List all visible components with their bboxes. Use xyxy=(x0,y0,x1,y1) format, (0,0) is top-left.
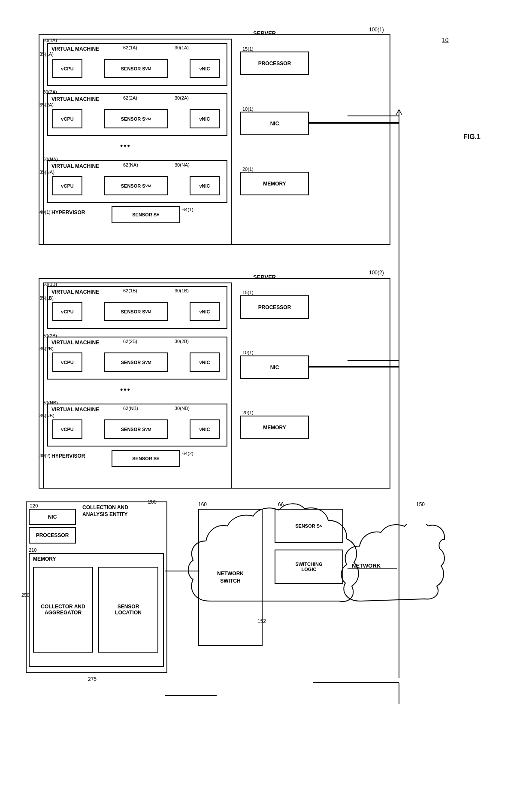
vm2a-vcpu: vCPU xyxy=(52,109,82,128)
cae-processor-box: PROCESSOR xyxy=(29,527,76,544)
sensor-h1-box: SENSOR SH xyxy=(112,206,180,223)
vm1a-sensor: SENSOR SVM xyxy=(104,59,168,78)
vm1a-ref-outer: 50(1A) xyxy=(43,38,57,43)
fig-label: FIG.1 xyxy=(463,133,481,141)
dots-server1: ••• xyxy=(120,142,131,151)
vmna-sensor: SENSOR SVM xyxy=(104,176,168,195)
vm1b-box: VIRTUAL MACHINE 62(1B) 30(1B) vCPU SENSO… xyxy=(47,286,227,329)
cae-memory-ref: 210 xyxy=(29,547,36,553)
dots-server2: ••• xyxy=(120,386,131,395)
server2-memory-ref: 20(1) xyxy=(242,410,254,415)
server2-processor-box: PROCESSOR xyxy=(240,295,309,319)
sensor-h2-ref: 64(2) xyxy=(182,451,193,456)
hypervisor1-label: HYPERVISOR xyxy=(51,210,85,216)
cae-outer-box: COLLECTION ANDANALYSIS ENTITY 220 NIC PR… xyxy=(26,501,167,673)
svg-line-10 xyxy=(396,109,399,115)
cae-nic-ref-label: 220 xyxy=(30,503,38,508)
network-switch-inner-ref: 152 xyxy=(257,618,266,624)
vmna-vnic: vNIC xyxy=(190,176,220,195)
server1-processor-ref: 15(1) xyxy=(242,46,254,52)
vm1a-vcpu: vCPU xyxy=(52,59,82,78)
server2-nic-box: NIC xyxy=(240,355,309,379)
cae-bottom-ref: 275 xyxy=(88,676,97,682)
vm1a-vnic: vNIC xyxy=(190,59,220,78)
svg-line-11 xyxy=(399,109,402,115)
vm2a-box: VIRTUAL MACHINE 62(2A) 30(2A) vCPU SENSO… xyxy=(47,93,227,136)
vmnb-sensor: SENSOR SVM xyxy=(104,419,168,439)
cae-memory-outer: MEMORY COLLECTOR ANDAGGREGATOR SENSORLOC… xyxy=(29,553,164,667)
server1-memory-box: MEMORY xyxy=(240,172,309,195)
cae-label: COLLECTION ANDANALYSIS ENTITY xyxy=(82,504,128,518)
server2-processor-ref: 15(1) xyxy=(242,290,254,295)
hypervisor2-label: HYPERVISOR xyxy=(51,453,85,459)
vm1b-sensor: SENSOR SVM xyxy=(104,302,168,321)
vm2b-vnic: vNIC xyxy=(190,352,220,372)
vmna-vcpu: vCPU xyxy=(52,176,82,195)
cae-sensor-location-box: SENSORLOCATION xyxy=(98,567,158,653)
vmnb-vcpu: vCPU xyxy=(52,419,82,439)
vm2b-vcpu: vCPU xyxy=(52,352,82,372)
server1-ref: 100(1) xyxy=(369,27,384,33)
network-ref: 150 xyxy=(416,501,425,507)
vm1b-vnic: vNIC xyxy=(190,302,220,321)
vmnb-box: VIRTUAL MACHINE 62(NB) 30(NB) vCPU SENSO… xyxy=(47,404,227,447)
vmnb-vnic: vNIC xyxy=(190,419,220,439)
vm2a-sensor: SENSOR SVM xyxy=(104,109,168,128)
vm2b-sensor: SENSOR SVM xyxy=(104,352,168,372)
hypervisor1-ref: 40(1) xyxy=(39,210,51,215)
server1-nic-box: NIC xyxy=(240,112,309,135)
server2-memory-box: MEMORY xyxy=(240,416,309,439)
server1-processor-box: PROCESSOR xyxy=(240,52,309,75)
sensor-h1-ref: 64(1) xyxy=(182,207,193,212)
cae-memory-label: MEMORY xyxy=(33,556,56,562)
vm2b-box: VIRTUAL MACHINE 62(2B) 30(2B) vCPU SENSO… xyxy=(47,337,227,380)
ref-10: 10 xyxy=(442,36,449,43)
hypervisor2-ref: 40(2) xyxy=(39,453,51,458)
vm1a-box: VIRTUAL MACHINE 62(1A) 30(1A) vCPU SENSO… xyxy=(47,43,227,86)
server1-nic-ref: 10(1) xyxy=(242,106,254,112)
vm2a-vnic: vNIC xyxy=(190,109,220,128)
server1-memory-ref: 20(1) xyxy=(242,167,254,172)
server2-ref: 100(2) xyxy=(369,270,384,276)
cae-collector-box: COLLECTOR ANDAGGREGATOR xyxy=(33,567,93,653)
sensor-h2-box: SENSOR SH xyxy=(112,450,180,467)
server2-nic-ref: 10(1) xyxy=(242,350,254,355)
vmna-box: VIRTUAL MACHINE 62(NA) 30(NA) vCPU SENSO… xyxy=(47,160,227,203)
vm1b-vcpu: vCPU xyxy=(52,302,82,321)
cae-nic-box: NIC xyxy=(29,509,76,525)
